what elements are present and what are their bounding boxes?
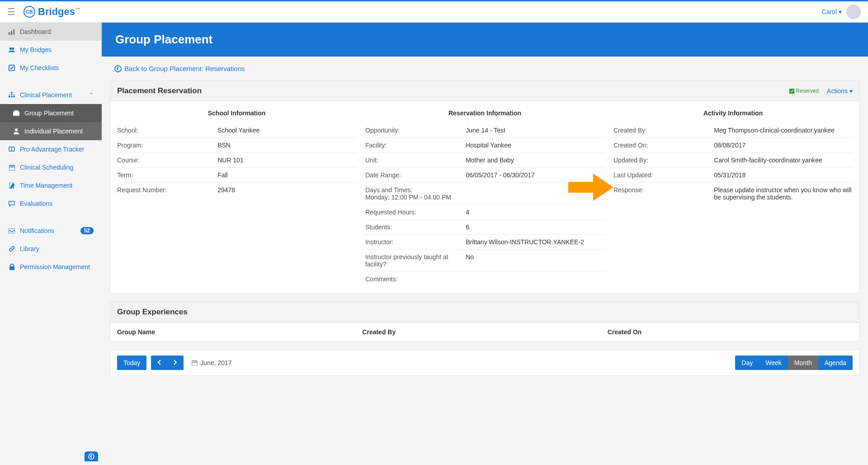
menu-icon[interactable]: ☰: [7, 6, 15, 17]
page-header: Group Placement: [102, 23, 868, 57]
sidebar-item-pro-advantage[interactable]: Pro Advantage Tracker: [0, 140, 102, 158]
svg-rect-6: [11, 92, 13, 94]
actions-dropdown[interactable]: Actions ▾: [827, 87, 853, 95]
sidebar-label: Time Management: [20, 182, 72, 189]
svg-rect-1: [11, 31, 12, 35]
svg-point-20: [89, 454, 94, 459]
calendar-panel: Today June, 2017: [110, 350, 860, 376]
sidebar-label: Group Placement: [24, 109, 74, 117]
column-header: School Information: [117, 105, 356, 123]
column-header: Activity Information: [613, 105, 853, 123]
calendar-nav: [151, 356, 184, 370]
svg-point-4: [12, 47, 14, 50]
sidebar-item-evaluations[interactable]: Evaluations: [0, 195, 102, 213]
column-header-group-name: Group Name: [117, 328, 362, 336]
sidebar-item-my-checklists[interactable]: My Checklists: [0, 59, 102, 77]
svg-rect-15: [10, 165, 11, 166]
sidebar-item-clinical-placement[interactable]: Clinical Placement ⌃: [0, 86, 102, 104]
sidebar-item-notifications[interactable]: Notifications 52: [0, 222, 102, 240]
user-menu[interactable]: Carol ▾: [822, 8, 842, 15]
today-button[interactable]: Today: [117, 356, 146, 370]
info-label: School:: [117, 127, 217, 134]
sidebar-item-permission-management[interactable]: Permission Management: [0, 258, 102, 276]
back-link-text: Back to Group Placement: Reservations: [124, 65, 245, 72]
calendar-prev-button[interactable]: [151, 356, 167, 370]
info-value: 4: [466, 209, 604, 216]
info-value: Carol Smith-facility-coordinator.yankee: [714, 157, 853, 164]
view-month-button[interactable]: Month: [788, 356, 818, 370]
view-week-button[interactable]: Week: [759, 356, 788, 370]
info-value: 05/31/2018: [714, 171, 853, 179]
view-agenda-button[interactable]: Agenda: [818, 356, 853, 370]
info-value: Please update instructor when you know w…: [714, 186, 853, 201]
calendar-month-label: June, 2017: [192, 359, 231, 366]
info-value: June 14 - Test: [466, 127, 604, 134]
info-label: Request Number:: [117, 186, 217, 194]
sidebar-label: Evaluations: [20, 200, 52, 207]
panel-title: Group Experiences: [117, 308, 188, 317]
svg-rect-19: [9, 266, 14, 270]
svg-rect-23: [192, 361, 198, 366]
info-value: 08/08/2017: [714, 142, 853, 149]
check-icon: [8, 65, 15, 71]
avatar[interactable]: [846, 5, 861, 19]
sidebar-item-group-placement[interactable]: Group Placement: [0, 104, 102, 122]
info-label: Facility:: [365, 142, 466, 149]
info-value: 6: [466, 223, 604, 231]
sidebar-label: My Bridges: [20, 46, 52, 53]
panel-title: Placement Reservation: [117, 86, 202, 95]
chevron-left-icon: [157, 360, 161, 365]
svg-rect-10: [13, 111, 19, 116]
svg-rect-0: [9, 32, 10, 35]
info-value: NUR 101: [217, 157, 356, 164]
sidebar-item-library[interactable]: Library: [0, 240, 102, 258]
svg-rect-26: [196, 360, 197, 361]
main-content: Group Placement Back to Group Placement:…: [102, 23, 868, 465]
info-label: Last Updated:: [613, 171, 714, 179]
sidebar-label: Clinical Scheduling: [20, 164, 73, 171]
user-icon: [13, 128, 20, 134]
svg-rect-16: [13, 165, 14, 166]
info-value: [466, 275, 604, 283]
calendar-icon: [8, 165, 15, 171]
comment-icon: [8, 201, 15, 207]
info-label: Created On:: [613, 142, 714, 149]
calendar-view-switch: Day Week Month Agenda: [735, 356, 853, 370]
activity-info-column: Activity Information Created By:Meg Thom…: [613, 105, 853, 286]
info-value: School Yankee: [217, 127, 356, 134]
reserved-badge: Reserved: [789, 88, 819, 94]
svg-rect-11: [14, 110, 18, 112]
page-title: Group Placement: [115, 33, 854, 47]
brand-logo-icon: CB: [24, 6, 35, 18]
calendar-icon: [192, 360, 198, 366]
users-icon: [8, 47, 15, 53]
edit-icon: [8, 183, 15, 189]
sidebar-collapse-button[interactable]: [85, 451, 98, 461]
group-experiences-panel: Group Experiences Group Name Created By …: [110, 302, 860, 342]
svg-rect-8: [11, 96, 13, 98]
sidebar-label: My Checklists: [20, 64, 59, 71]
svg-rect-2: [13, 29, 14, 35]
chevron-left-circle-icon: [114, 65, 122, 72]
group-icon: [13, 110, 20, 116]
calendar-next-button[interactable]: [167, 356, 184, 370]
back-link[interactable]: Back to Group Placement: Reservations: [114, 65, 245, 72]
view-day-button[interactable]: Day: [735, 356, 759, 370]
sidebar-item-individual-placement[interactable]: Individual Placement: [0, 122, 102, 140]
info-value: Hospital Yankee: [466, 142, 604, 149]
school-info-column: School Information School:School Yankee …: [117, 105, 356, 286]
info-label: Term:: [117, 171, 217, 179]
sidebar-item-dashboard[interactable]: Dashboard: [0, 23, 102, 41]
sidebar-label: Permission Management: [20, 263, 90, 270]
sidebar-item-time-management[interactable]: Time Management: [0, 176, 102, 195]
sidebar-item-my-bridges[interactable]: My Bridges: [0, 41, 102, 59]
svg-rect-13: [9, 166, 15, 171]
svg-point-21: [115, 66, 121, 72]
sidebar-label: Clinical Placement: [20, 91, 72, 99]
caret-down-icon: ▾: [839, 8, 842, 15]
brand[interactable]: CB Bridges™: [24, 6, 80, 18]
check-square-icon: [789, 89, 794, 94]
brand-name: Bridges™: [38, 6, 80, 18]
topbar: ☰ CB Bridges™ Carol ▾: [0, 0, 868, 23]
sidebar-item-clinical-scheduling[interactable]: Clinical Scheduling: [0, 158, 102, 176]
